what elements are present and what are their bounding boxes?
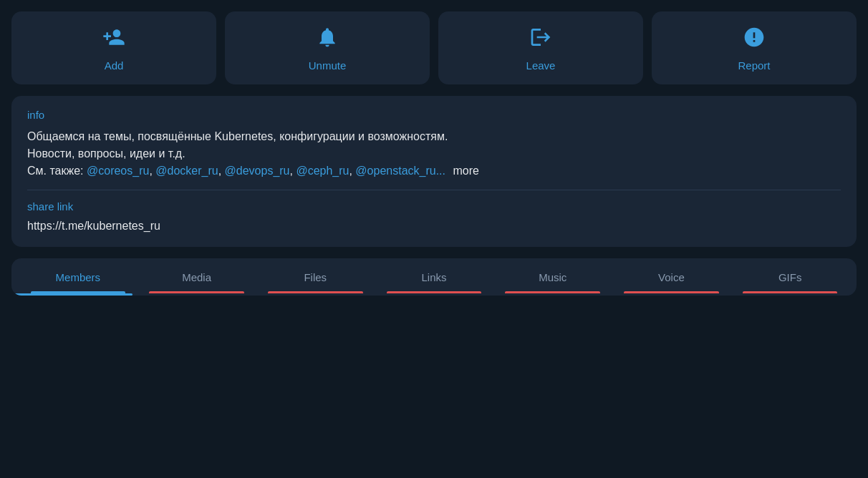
leave-label: Leave <box>526 59 556 72</box>
tab-links[interactable]: Links <box>375 258 493 293</box>
tab-media[interactable]: Media <box>138 258 256 293</box>
leave-icon <box>529 26 552 52</box>
info-divider <box>27 190 841 190</box>
leave-button[interactable]: Leave <box>438 11 643 84</box>
tab-gifs[interactable]: GIFs <box>730 258 849 293</box>
info-card: info Общаемся на темы, посвящённые Kuber… <box>11 96 857 247</box>
tab-active-indicator <box>11 293 132 296</box>
tab-music-label: Music <box>539 271 566 283</box>
unmute-label: Unmute <box>309 59 347 72</box>
add-user-icon <box>102 26 125 52</box>
tab-links-label: Links <box>422 271 447 283</box>
tab-files-label: Files <box>304 271 327 283</box>
info-line2: Новости, вопросы, идеи и т.д. <box>27 147 185 160</box>
add-button[interactable]: Add <box>11 11 216 84</box>
tab-gifs-label: GIFs <box>778 271 802 283</box>
add-label: Add <box>105 59 124 72</box>
tab-files[interactable]: Files <box>256 258 375 293</box>
bell-icon <box>316 26 339 52</box>
tab-voice[interactable]: Voice <box>612 258 731 293</box>
tab-members-label: Members <box>56 271 101 283</box>
info-line3-prefix: См. также: <box>27 165 87 177</box>
mention-devops[interactable]: @devops_ru <box>225 165 290 177</box>
report-button[interactable]: Report <box>652 11 857 84</box>
tab-voice-label: Voice <box>658 271 685 283</box>
tab-media-label: Media <box>182 271 211 283</box>
mention-openstack[interactable]: @openstack_ru... <box>355 165 445 177</box>
page-wrapper: Add Unmute Leave <box>0 0 868 307</box>
report-icon <box>743 26 766 52</box>
action-buttons-row: Add Unmute Leave <box>11 11 857 84</box>
unmute-button[interactable]: Unmute <box>225 11 430 84</box>
tabs-card: Members Media Files Links Music <box>11 258 857 296</box>
more-link[interactable]: more <box>453 165 478 177</box>
tab-members[interactable]: Members <box>19 258 138 293</box>
info-line1: Общаемся на темы, посвящённые Kubernetes… <box>27 130 448 142</box>
tab-music[interactable]: Music <box>493 258 612 293</box>
share-link-url[interactable]: https://t.me/kubernetes_ru <box>27 220 841 233</box>
tab-bottom-bar <box>11 293 857 296</box>
tabs-row: Members Media Files Links Music <box>11 258 857 293</box>
info-section-label: info <box>27 109 841 121</box>
report-label: Report <box>738 59 770 72</box>
info-description: Общаемся на темы, посвящённые Kubernetes… <box>27 128 841 180</box>
mention-coreos[interactable]: @coreos_ru <box>87 165 149 177</box>
mention-ceph[interactable]: @ceph_ru <box>296 165 349 177</box>
mention-docker[interactable]: @docker_ru <box>155 165 218 177</box>
share-link-label: share link <box>27 200 841 213</box>
